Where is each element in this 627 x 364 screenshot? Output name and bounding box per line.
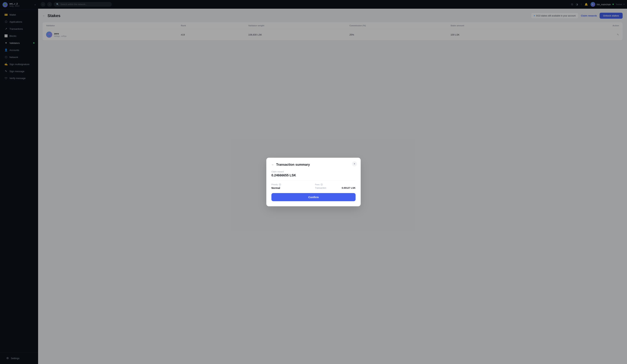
fees-row: Priority i Normal Fees i Transaction 0.0… [271,183,356,189]
content-area: ← Stakes ≡ 9/10 stakes still available i… [38,9,627,364]
fees-info-icon: i [320,183,323,186]
priority-section: Priority i Normal [271,183,312,189]
priority-label: Priority i [271,183,312,186]
priority-value: Normal [271,186,312,189]
fees-label: Fees i [315,183,356,186]
transaction-fee-row: Transaction 0.00127 LSK [315,186,356,189]
modal-overlay[interactable]: ← Transaction summary × Claim reward 0.2… [38,9,627,364]
claim-reward-label: Claim reward [271,171,356,173]
claim-reward-value: 0.24666655 LSK [271,174,356,177]
modal-close-button[interactable]: × [352,161,357,166]
priority-info-icon: i [279,183,281,186]
modal-header: ← Transaction summary [271,163,356,167]
claim-reward-section: Claim reward 0.24666655 LSK [271,171,356,180]
modal-title: Transaction summary [276,163,310,167]
modal-back-button[interactable]: ← [271,163,274,166]
main-area: ‹ › 🔍 Search within the network... ⧉ ◑ ↑… [38,0,627,364]
transaction-summary-modal: ← Transaction summary × Claim reward 0.2… [266,158,361,206]
transaction-fee-value: 0.00127 LSK [342,186,356,189]
confirm-button[interactable]: Confirm [271,193,356,201]
transaction-fee-label: Transaction [315,187,326,189]
fees-section: Fees i Transaction 0.00127 LSK [315,183,356,189]
